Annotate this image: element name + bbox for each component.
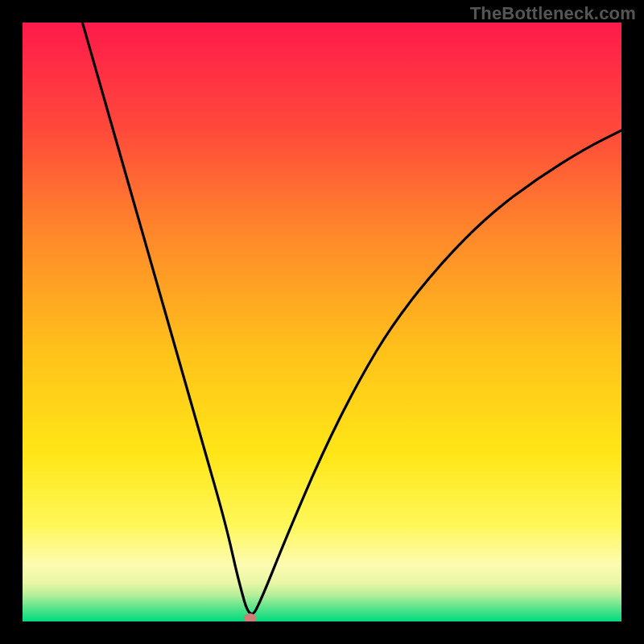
chart-frame: TheBottleneck.com xyxy=(0,0,644,644)
gradient-plot-area xyxy=(23,23,621,621)
watermark-text: TheBottleneck.com xyxy=(470,3,636,24)
bottleneck-chart xyxy=(23,23,621,621)
